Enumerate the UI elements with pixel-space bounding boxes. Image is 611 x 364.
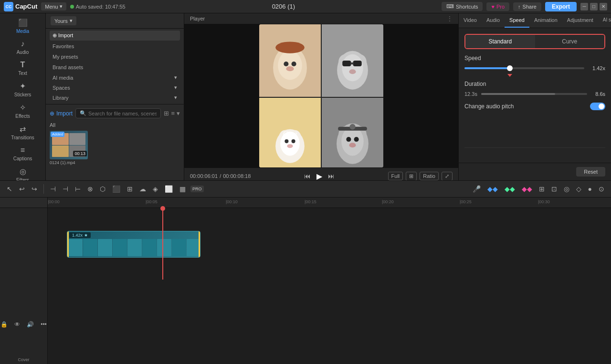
track-add-1-button[interactable]: ◆◆	[485, 184, 500, 194]
left-sidebar: ⬛ Media ♪ Audio T Text ✦ Stickers ✧ Effe…	[0, 13, 46, 180]
curve-speed-button[interactable]: Curve	[535, 35, 605, 48]
list-item[interactable]: Added 00:13 0124 (1).mp4	[50, 131, 88, 165]
sidebar-item-transitions[interactable]: ⇄ Transitions	[0, 122, 45, 143]
nav-spaces[interactable]: Spaces ▾	[50, 83, 180, 92]
nav-ai-media[interactable]: AI media ▾	[50, 73, 180, 82]
timeline-main: |00:00 |00:05 |00:10 |00:15 |00:20 |00:2…	[48, 198, 611, 364]
track-control-buttons: 🔒 👁 🔊 •••	[0, 208, 47, 356]
sidebar-item-effects[interactable]: ✧ Effects	[0, 100, 45, 122]
sidebar-item-captions[interactable]: ≡ Captions	[0, 143, 45, 164]
speed-slider-thumb[interactable]	[507, 65, 513, 71]
color-button[interactable]: ◎	[562, 184, 571, 194]
filmstrip-frame	[172, 239, 186, 256]
minimize-button[interactable]: ─	[580, 3, 588, 10]
sidebar-item-label: Text	[18, 71, 27, 76]
record-button[interactable]: ●	[586, 184, 594, 194]
export-button[interactable]: Export	[545, 2, 577, 11]
nav-presets[interactable]: My presets	[50, 52, 180, 62]
crop-button[interactable]: ⬛	[110, 184, 122, 194]
cloud-button[interactable]: ☁	[137, 184, 148, 194]
sidebar-item-stickers[interactable]: ✦ Stickers	[0, 79, 45, 100]
duration-section: Duration 12.3s 8.6s	[464, 81, 605, 97]
undo-button[interactable]: ↩	[17, 184, 27, 194]
tab-ai-style[interactable]: AI style	[598, 13, 611, 28]
delete-button[interactable]: ⊗	[85, 184, 95, 194]
text-icon: T	[21, 61, 25, 69]
logo-button[interactable]: CC CapCut	[4, 2, 37, 11]
settings-button[interactable]: ⊙	[597, 184, 606, 194]
view-toggle-button[interactable]: ⊞	[164, 110, 169, 117]
more-track-button[interactable]: •••	[39, 320, 49, 329]
nav-favorites[interactable]: Favorites	[50, 42, 180, 51]
ratio-button[interactable]: Ratio	[420, 172, 439, 180]
search-input[interactable]	[88, 111, 157, 116]
sidebar-item-media[interactable]: ⬛ Media	[0, 15, 45, 37]
frame-forward-button[interactable]: ⏭	[326, 171, 337, 180]
bg-button[interactable]: ⬜	[163, 184, 175, 194]
mask-button[interactable]: ◈	[151, 184, 160, 194]
import-button[interactable]: ⊕ Import	[50, 110, 73, 117]
split-button[interactable]: ⊣	[48, 184, 58, 194]
lock-track-button[interactable]: 🔒	[0, 320, 10, 329]
trim-left-button[interactable]: ⊣	[61, 184, 70, 194]
shortcuts-button[interactable]: ⌨ Shortcuts	[442, 2, 483, 11]
hide-track-button[interactable]: 👁	[12, 320, 22, 329]
topbar-right: ⌨ Shortcuts ♥ Pro ↑ Share Export ─ □ ✕	[442, 2, 607, 11]
duration-original: 12.3s	[464, 91, 477, 97]
speed-pointer	[507, 74, 512, 77]
tab-adjustment[interactable]: Adjustment	[562, 13, 598, 28]
player-label: Player	[190, 16, 205, 21]
pro-button[interactable]: ♥ Pro	[486, 2, 509, 11]
reset-button[interactable]: Reset	[576, 167, 605, 177]
maximize-button[interactable]: □	[590, 3, 598, 10]
menu-button[interactable]: Menu ▾	[41, 2, 66, 10]
zoom-button[interactable]: ⊞	[406, 172, 417, 180]
layout-button[interactable]: ⊞	[537, 184, 547, 194]
pro-tool-button[interactable]: PRO	[190, 186, 204, 192]
tab-audio[interactable]: Audio	[482, 13, 505, 28]
track-add-2-button[interactable]: ◆◆	[503, 184, 517, 194]
sidebar-item-audio[interactable]: ♪ Audio	[0, 37, 45, 58]
frame-back-button[interactable]: ⏮	[302, 171, 313, 180]
shape-button[interactable]: ⬡	[98, 184, 107, 194]
filmstrip-frame	[83, 239, 97, 256]
svg-point-5	[284, 62, 288, 66]
trim-right-button[interactable]: ⊢	[73, 184, 83, 194]
nav-library[interactable]: Library ▾	[50, 93, 180, 102]
duration-slider-fill	[481, 93, 555, 95]
nav-brand[interactable]: Brand assets	[50, 62, 180, 72]
pitch-toggle[interactable]	[590, 103, 605, 110]
tab-speed[interactable]: Speed	[505, 13, 529, 28]
freeze-button[interactable]: ⊞	[125, 184, 135, 194]
tab-video[interactable]: Video	[459, 13, 482, 28]
preview-video: Cute	[259, 24, 383, 167]
tab-animation[interactable]: Animation	[529, 13, 562, 28]
share-button[interactable]: ↑ Share	[513, 2, 541, 11]
sidebar-item-text[interactable]: T Text	[0, 58, 45, 79]
sidebar-item-filters[interactable]: ◎ Filters	[0, 164, 45, 180]
play-button[interactable]: ▶	[316, 172, 322, 180]
sort-button[interactable]: ≡	[171, 110, 175, 117]
close-button[interactable]: ✕	[600, 3, 607, 10]
right-panel-tabs: Video Audio Speed Animation Adjustment A…	[459, 13, 611, 28]
nav-import[interactable]: ⊕ Import	[50, 31, 180, 41]
fullscreen-button[interactable]: ⤢	[442, 172, 453, 180]
yours-button[interactable]: Yours ▾	[51, 16, 76, 25]
grid-button[interactable]: ▦	[178, 184, 188, 194]
standard-speed-button[interactable]: Standard	[465, 35, 535, 48]
video-clip[interactable]: 1.42x ★	[67, 231, 200, 258]
scale-button[interactable]: ◇	[574, 184, 583, 194]
video-cell-3: Cute	[259, 98, 321, 167]
select-tool-button[interactable]: ↖	[5, 184, 14, 194]
filter-button[interactable]: ▾	[177, 110, 180, 117]
ruler-mark: |00:00	[48, 199, 60, 204]
mic-button[interactable]: 🎤	[471, 184, 483, 194]
redo-button[interactable]: ↪	[30, 184, 39, 194]
mute-track-button[interactable]: 🔊	[25, 320, 36, 329]
toolbar-left: ↖ ↩ ↪ ⊣ ⊣ ⊢ ⊗ ⬡ ⬛ ⊞ ☁ ◈ ⬜ ▦ PRO	[5, 184, 204, 194]
full-button[interactable]: Full	[388, 172, 403, 180]
speed-slider-track[interactable]	[464, 67, 584, 69]
motion-button[interactable]: ⊡	[549, 184, 559, 194]
track-add-3-button[interactable]: ◆◆	[520, 184, 534, 194]
duration-slider-track[interactable]	[481, 93, 587, 95]
